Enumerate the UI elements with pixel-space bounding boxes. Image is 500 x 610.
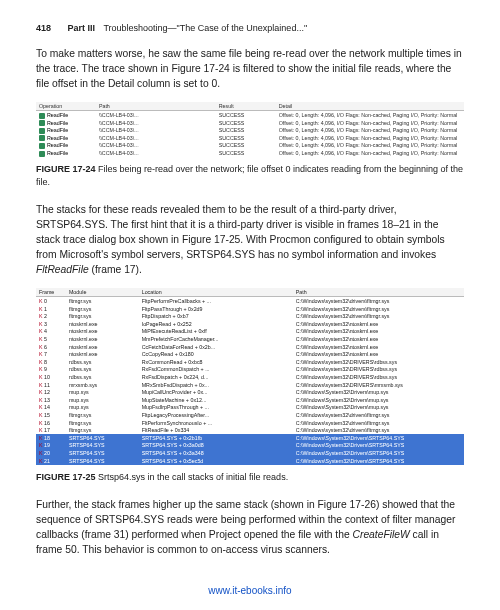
cell-path: C:\Windows\System32\Drivers\SRTSP64.SYS [293, 442, 464, 450]
cell-detail: Offset: 0, Length: 4,096, I/O Flags: Non… [276, 119, 464, 127]
cell-detail: Offset: 0, Length: 4,096, I/O Flags: Non… [276, 127, 464, 135]
cell-frame: K 3 [36, 320, 66, 328]
cell-frame: K 20 [36, 450, 66, 458]
cell-module: mrxsmb.sys [66, 381, 139, 389]
cell-frame: K 1 [36, 305, 66, 313]
cell-module: fltmgr.sys [66, 427, 139, 435]
cell-frame: K 16 [36, 419, 66, 427]
caption-label: FIGURE 17-24 [36, 164, 96, 174]
table-row: K 0fltmgr.sysFltpPerformPreCallbacks + .… [36, 297, 464, 305]
file-icon [39, 143, 45, 149]
cell-module: SRTSP64.SYS [66, 457, 139, 465]
table-row: K 17fltmgr.sysFltReadFile + 0x334C:\Wind… [36, 427, 464, 435]
cell-frame: K 0 [36, 297, 66, 305]
cell-result: SUCCESS [216, 149, 276, 157]
table-row: K 13mup.sysMupStateMachine + 0x12...C:\W… [36, 396, 464, 404]
cell-path: C:\Windows\System32\Drivers\SRTSP64.SYS [293, 450, 464, 458]
table-row: K 8rdbss.sysRxCommonRead + 0xbc8C:\Windo… [36, 358, 464, 366]
cell-operation: ReadFile [36, 142, 96, 150]
p2-b: (frame 17). [89, 264, 142, 275]
cell-location: SRTSP64.SYS + 0x3a0d8 [139, 442, 293, 450]
cell-path: C:\Windows\system32\ntoskrnl.exe [293, 343, 464, 351]
fig24-table: Operation Path Result Detail ReadFile\\C… [36, 102, 464, 157]
cell-path: \\CCM-LB4-03\... [96, 127, 216, 135]
cell-frame: K 18 [36, 434, 66, 442]
cell-operation: ReadFile [36, 149, 96, 157]
cell-detail: Offset: 0, Length: 4,096, I/O Flags: Non… [276, 142, 464, 150]
cell-module: fltmgr.sys [66, 305, 139, 313]
table-row: ReadFile\\CCM-LB4-03\...SUCCESSOffset: 0… [36, 127, 464, 135]
cell-location: FltpPassThrough + 0x2d9 [139, 305, 293, 313]
cell-location: MupStateMachine + 0x12... [139, 396, 293, 404]
cell-path: C:\Windows\System32\Drivers\mup.sys [293, 396, 464, 404]
cell-location: MiPfExecuteReadList + 0xff [139, 328, 293, 336]
fig25-table: Frame Module Location Path K 0fltmgr.sys… [36, 288, 464, 465]
footer-link[interactable]: www.it-ebooks.info [36, 584, 464, 599]
cell-operation: ReadFile [36, 111, 96, 119]
cell-frame: K 5 [36, 335, 66, 343]
cell-module: mup.sys [66, 396, 139, 404]
table-row: K 15fltmgr.sysFltpLegacyProcessingAfter.… [36, 412, 464, 420]
table-row: K 20SRTSP64.SYSSRTSP64.SYS + 0x3a348C:\W… [36, 450, 464, 458]
cell-module: mup.sys [66, 389, 139, 397]
cell-path: C:\Windows\system32\drivers\fltmgr.sys [293, 297, 464, 305]
table-row: ReadFile\\CCM-LB4-03\...SUCCESSOffset: 0… [36, 142, 464, 150]
cell-frame: K 19 [36, 442, 66, 450]
cell-module: SRTSP64.SYS [66, 434, 139, 442]
cell-location: RxFsdDispatch + 0x224, d... [139, 373, 293, 381]
col-detail: Detail [276, 102, 464, 111]
cell-module: mup.sys [66, 404, 139, 412]
cell-module: ntoskrnl.exe [66, 335, 139, 343]
table-row: K 18SRTSP64.SYSSRTSP64.SYS + 0x2b1fbC:\W… [36, 434, 464, 442]
cell-path: \\CCM-LB4-03\... [96, 149, 216, 157]
cell-module: ntoskrnl.exe [66, 328, 139, 336]
cell-module: rdbss.sys [66, 366, 139, 374]
cell-result: SUCCESS [216, 119, 276, 127]
cell-location: RxCommonRead + 0xbc8 [139, 358, 293, 366]
table-row: K 10rdbss.sysRxFsdDispatch + 0x224, d...… [36, 373, 464, 381]
cell-path: C:\Windows\System32\Drivers\SRTSP64.SYS [293, 457, 464, 465]
cell-location: MmPrefetchForCacheManager... [139, 335, 293, 343]
part-label: Part III [68, 23, 96, 33]
table-row: K 7ntoskrnl.exeCcCopyRead + 0x180C:\Wind… [36, 351, 464, 359]
caption-17-25: FIGURE 17-25 Srtsp64.sys in the call sta… [36, 471, 464, 484]
table-row: K 11mrxsmb.sysMRxSmbFsdDispatch + 0x...C… [36, 381, 464, 389]
running-head: 418 Part III Troubleshooting—"The Case o… [36, 22, 464, 35]
cell-location: MupFsdIrpPassThrough + ... [139, 404, 293, 412]
cell-module: rdbss.sys [66, 358, 139, 366]
page-number: 418 [36, 23, 51, 33]
cell-path: \\CCM-LB4-03\... [96, 142, 216, 150]
caption-label: FIGURE 17-25 [36, 472, 96, 482]
col-operation: Operation [36, 102, 96, 111]
col-result: Result [216, 102, 276, 111]
cell-frame: K 9 [36, 366, 66, 374]
cell-location: FltReadFile + 0x334 [139, 427, 293, 435]
col-path: Path [293, 288, 464, 297]
cell-path: \\CCM-LB4-03\... [96, 119, 216, 127]
p2-a: The stacks for these reads revealed them… [36, 204, 445, 260]
cell-location: SRTSP64.SYS + 0x2b1fb [139, 434, 293, 442]
table-row: K 1fltmgr.sysFltpPassThrough + 0x2d9C:\W… [36, 305, 464, 313]
table-row: K 2fltmgr.sysFltpDispatch + 0xb7C:\Windo… [36, 313, 464, 321]
cell-location: IoPageRead + 0x252 [139, 320, 293, 328]
page: 418 Part III Troubleshooting—"The Case o… [0, 0, 500, 610]
cell-location: FltpPerformPreCallbacks + ... [139, 297, 293, 305]
cell-path: C:\Windows\system32\drivers\fltmgr.sys [293, 305, 464, 313]
table-row: K 4ntoskrnl.exeMiPfExecuteReadList + 0xf… [36, 328, 464, 336]
caption-17-24: FIGURE 17-24 Files being re-read over th… [36, 163, 464, 189]
cell-module: ntoskrnl.exe [66, 343, 139, 351]
table-row: ReadFile\\CCM-LB4-03\...SUCCESSOffset: 0… [36, 111, 464, 119]
cell-path: C:\Windows\system32\ntoskrnl.exe [293, 320, 464, 328]
cell-module: ntoskrnl.exe [66, 351, 139, 359]
cell-result: SUCCESS [216, 111, 276, 119]
table-row: K 3ntoskrnl.exeIoPageRead + 0x252C:\Wind… [36, 320, 464, 328]
cell-path: C:\Windows\system32\drivers\fltmgr.sys [293, 412, 464, 420]
cell-frame: K 6 [36, 343, 66, 351]
cell-frame: K 21 [36, 457, 66, 465]
cell-frame: K 17 [36, 427, 66, 435]
cell-location: FltPerformSynchronousIo + ... [139, 419, 293, 427]
paragraph-3: Further, the stack frames higher up the … [36, 498, 464, 558]
section-title: Troubleshooting—"The Case of the Unexpla… [103, 23, 307, 33]
cell-frame: K 10 [36, 373, 66, 381]
table-row: K 19SRTSP64.SYSSRTSP64.SYS + 0x3a0d8C:\W… [36, 442, 464, 450]
